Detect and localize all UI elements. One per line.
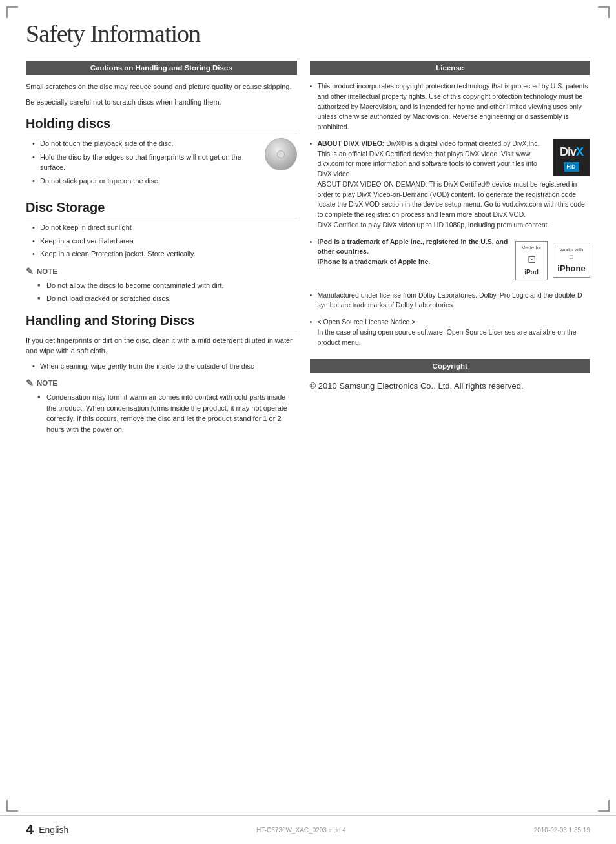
holding-discs-title: Holding discs bbox=[26, 116, 297, 134]
corner-mark-tr bbox=[598, 6, 610, 18]
list-item: Hold the disc by the edges so that finge… bbox=[32, 152, 297, 173]
left-column: Cautions on Handling and Storing Discs S… bbox=[26, 61, 297, 441]
license-bullet-5: < Open Source License Notice > In the ca… bbox=[310, 317, 590, 347]
iphone-text: iPhone bbox=[557, 262, 585, 275]
list-item: Do not load cracked or scratched discs. bbox=[37, 293, 297, 304]
footer-timestamp: 2010-02-03 1:35:19 bbox=[534, 826, 590, 834]
note-title-1: ✎ NOTE bbox=[26, 266, 297, 276]
page-wrapper: Safety Information Cautions on Handling … bbox=[0, 0, 616, 844]
license-bullet-2: DivX HD ABOUT DIVX VIDEO: DivX® is a dig… bbox=[310, 139, 590, 231]
corner-mark-tl bbox=[6, 6, 18, 18]
footer-file-info: HT-C6730W_XAC_0203.indd 4 bbox=[256, 826, 346, 834]
holding-discs-list: Do not touch the playback side of the di… bbox=[26, 138, 297, 186]
footer-language: English bbox=[39, 825, 68, 835]
right-column: License This product incorporates copyri… bbox=[310, 61, 590, 441]
page-number: 4 bbox=[26, 821, 34, 838]
disc-storage-title: Disc Storage bbox=[26, 200, 297, 218]
note-title-2: ✎ NOTE bbox=[26, 378, 297, 388]
corner-mark-br bbox=[598, 800, 610, 812]
license-bullet-4: Manufactured under license from Dolby La… bbox=[310, 291, 590, 311]
cautions-header: Cautions on Handling and Storing Discs bbox=[26, 61, 297, 75]
note-icon-1: ✎ bbox=[26, 266, 34, 276]
note-label-2: NOTE bbox=[37, 379, 57, 387]
cautions-p2: Be especially careful not to scratch dis… bbox=[26, 97, 297, 108]
handling-intro: If you get fingerprints or dirt on the d… bbox=[26, 335, 297, 356]
iphone-icon: □ bbox=[570, 253, 573, 262]
note-section-1: ✎ NOTE Do not allow the discs to become … bbox=[26, 266, 297, 304]
disc-storage-list: Do not keep in direct sunlight Keep in a… bbox=[26, 222, 297, 260]
divx-logo-text: DivX bbox=[560, 143, 583, 161]
list-item: When cleaning, wipe gently from the insi… bbox=[32, 361, 297, 372]
license-bullet-1: This product incorporates copyright prot… bbox=[310, 81, 590, 132]
list-item: Condensation may form if warm air comes … bbox=[37, 392, 297, 435]
license-header: License bbox=[310, 61, 590, 75]
note-section-2: ✎ NOTE Condensation may form if warm air… bbox=[26, 378, 297, 435]
footer-left: 4 English bbox=[26, 821, 68, 838]
footer-filename: HT-C6730W_XAC_0203.indd 4 bbox=[256, 827, 346, 834]
license-bullet-3: iPod is a trademark of Apple Inc., regis… bbox=[310, 237, 590, 284]
works-with-label: Works with bbox=[560, 246, 584, 253]
list-item: Keep in a clean Protection jacket. Store… bbox=[32, 249, 297, 260]
list-item: Do not touch the playback side of the di… bbox=[32, 138, 297, 149]
footer: 4 English HT-C6730W_XAC_0203.indd 4 2010… bbox=[0, 815, 616, 844]
handling-list: When cleaning, wipe gently from the insi… bbox=[26, 361, 297, 372]
cautions-p1: Small scratches on the disc may reduce s… bbox=[26, 81, 297, 92]
ipod-made-for-label: Made for bbox=[521, 244, 542, 252]
copyright-text: © 2010 Samsung Electronics Co., Ltd. All… bbox=[310, 380, 590, 393]
main-content: Cautions on Handling and Storing Discs S… bbox=[26, 61, 590, 441]
list-item: Keep in a cool ventilated area bbox=[32, 236, 297, 247]
ipod-iphone-badges: Made for ⊡ iPod Works with □ iPhone bbox=[515, 241, 590, 280]
divx-logo: DivX HD bbox=[553, 139, 590, 177]
holding-discs-content: Do not touch the playback side of the di… bbox=[26, 138, 297, 191]
note-list-2: Condensation may form if warm air comes … bbox=[26, 392, 297, 435]
note-icon-2: ✎ bbox=[26, 378, 34, 388]
ipod-badge: Made for ⊡ iPod bbox=[515, 241, 548, 280]
ipod-icon: ⊡ bbox=[528, 252, 536, 267]
iphone-badge: Works with □ iPhone bbox=[553, 243, 590, 278]
footer-date: 2010-02-03 1:35:19 bbox=[534, 827, 590, 834]
page-title: Safety Information bbox=[26, 19, 590, 48]
handling-storing-title: Handling and Storing Discs bbox=[26, 313, 297, 331]
list-item: Do not allow the discs to become contami… bbox=[37, 280, 297, 291]
note-label-1: NOTE bbox=[37, 267, 57, 275]
corner-mark-bl bbox=[6, 800, 18, 812]
copyright-header: Copyright bbox=[310, 359, 590, 373]
divx-about-text: ABOUT DIVX VIDEO: DivX® is a digital vid… bbox=[318, 139, 585, 229]
list-item: Do not keep in direct sunlight bbox=[32, 222, 297, 233]
list-item: Do not stick paper or tape on the disc. bbox=[32, 176, 297, 187]
ipod-text: iPod bbox=[524, 267, 539, 277]
note-list-1: Do not allow the discs to become contami… bbox=[26, 280, 297, 304]
divx-hd-badge: HD bbox=[564, 162, 579, 172]
ipod-iphone-text: iPod is a trademark of Apple Inc., regis… bbox=[318, 237, 510, 267]
